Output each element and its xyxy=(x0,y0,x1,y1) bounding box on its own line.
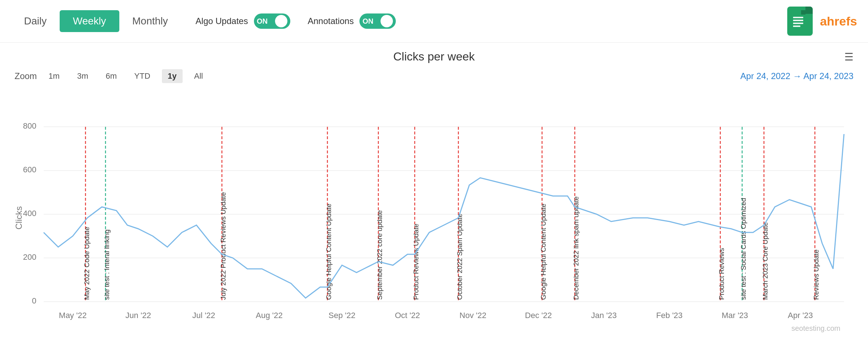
svg-text:Sep '22: Sep '22 xyxy=(329,311,355,320)
svg-text:September 2022 core update: September 2022 core update xyxy=(376,210,383,300)
svg-text:600: 600 xyxy=(23,165,36,174)
zoom-1m[interactable]: 1m xyxy=(43,69,65,83)
svg-text:March 2023 Core Update: March 2023 Core Update xyxy=(761,222,769,300)
tab-monthly[interactable]: Monthly xyxy=(119,10,181,32)
zoom-1y[interactable]: 1y xyxy=(162,69,182,83)
annotations-label: Annotations xyxy=(308,16,354,26)
sheets-icon[interactable] xyxy=(787,7,813,36)
svg-text:Clicks: Clicks xyxy=(15,206,24,230)
svg-text:Apr '23: Apr '23 xyxy=(788,311,813,320)
date-range: Apr 24, 2022 → Apr 24, 2023 xyxy=(740,71,853,81)
svg-text:Jan '23: Jan '23 xyxy=(591,311,617,320)
algo-updates-toggle[interactable]: ON xyxy=(254,13,290,29)
svg-text:July 2022 Product Reviews Upda: July 2022 Product Reviews Update xyxy=(219,192,227,300)
svg-text:0: 0 xyxy=(32,296,36,305)
zoom-ytd[interactable]: YTD xyxy=(128,69,156,83)
svg-text:site test : Interal linking: site test : Interal linking xyxy=(103,230,111,300)
svg-text:400: 400 xyxy=(23,209,36,218)
zoom-label: Zoom xyxy=(15,71,37,81)
svg-text:200: 200 xyxy=(23,252,36,262)
toolbar: Daily Weekly Monthly Algo Updates ON Ann… xyxy=(0,0,868,43)
algo-updates-label: Algo Updates xyxy=(196,16,248,26)
annotations-toggle-group: Annotations ON xyxy=(308,13,396,29)
svg-text:site test : Social Cards Optim: site test : Social Cards Optimized xyxy=(740,198,747,300)
svg-rect-2 xyxy=(793,17,803,18)
svg-text:Reviews Update: Reviews Update xyxy=(812,250,820,300)
annotations-toggle-on-text: ON xyxy=(362,17,373,26)
algo-updates-toggle-group: Algo Updates ON xyxy=(196,13,290,29)
algo-toggle-on-text: ON xyxy=(257,17,268,26)
svg-rect-1 xyxy=(801,10,805,15)
main-container: Daily Weekly Monthly Algo Updates ON Ann… xyxy=(0,0,868,341)
svg-rect-5 xyxy=(793,26,800,27)
svg-text:December 2022 link spam update: December 2022 link spam update xyxy=(572,196,580,300)
svg-text:October 2022 Spam Update: October 2022 Spam Update xyxy=(456,213,463,300)
svg-text:Oct '22: Oct '22 xyxy=(395,311,420,320)
svg-rect-4 xyxy=(793,23,803,24)
svg-text:Jun '22: Jun '22 xyxy=(126,311,151,320)
chart-wrapper: 0 200 400 600 800 Clicks May '22 Jun '22… xyxy=(15,90,853,341)
svg-text:800: 800 xyxy=(23,121,36,130)
chart-menu-icon[interactable]: ☰ xyxy=(844,51,853,63)
zoom-bar: Zoom 1m 3m 6m YTD 1y All Apr 24, 2022 → … xyxy=(15,69,853,83)
svg-text:Mar '23: Mar '23 xyxy=(722,311,748,320)
chart-title: Clicks per week ☰ xyxy=(15,50,853,63)
svg-rect-3 xyxy=(793,20,803,21)
svg-text:May 2022 Code Update: May 2022 Code Update xyxy=(83,227,91,300)
ahrefs-logo: ahrefs xyxy=(820,14,857,28)
annotations-toggle-knob xyxy=(381,15,393,27)
algo-toggle-knob xyxy=(275,15,287,27)
tab-group: Daily Weekly Monthly xyxy=(11,10,181,32)
svg-text:Aug '22: Aug '22 xyxy=(256,311,283,320)
icon-group: ahrefs xyxy=(787,7,857,36)
zoom-all[interactable]: All xyxy=(188,69,209,83)
zoom-6m[interactable]: 6m xyxy=(100,69,123,83)
svg-text:May '22: May '22 xyxy=(59,311,87,320)
chart-svg: 0 200 400 600 800 Clicks May '22 Jun '22… xyxy=(15,90,853,341)
svg-text:Dec '22: Dec '22 xyxy=(525,311,552,320)
svg-text:Nov '22: Nov '22 xyxy=(459,311,486,320)
tab-weekly[interactable]: Weekly xyxy=(60,10,119,32)
zoom-3m[interactable]: 3m xyxy=(71,69,94,83)
svg-text:Jul '22: Jul '22 xyxy=(192,311,215,320)
svg-text:Feb '23: Feb '23 xyxy=(656,311,683,320)
svg-text:seotesting.com: seotesting.com xyxy=(791,324,840,332)
svg-text:Google Helpful Content Update: Google Helpful Content Update xyxy=(539,204,547,300)
algo-section: Algo Updates ON Annotations ON xyxy=(196,13,396,29)
annotations-toggle[interactable]: ON xyxy=(359,13,396,29)
svg-text:Product Reviews: Product Reviews xyxy=(718,248,725,300)
chart-area: Clicks per week ☰ Zoom 1m 3m 6m YTD 1y A… xyxy=(0,43,868,341)
svg-rect-6 xyxy=(15,90,853,341)
svg-text:Product Reviews Update: Product Reviews Update xyxy=(412,224,420,300)
tab-daily[interactable]: Daily xyxy=(11,10,60,32)
